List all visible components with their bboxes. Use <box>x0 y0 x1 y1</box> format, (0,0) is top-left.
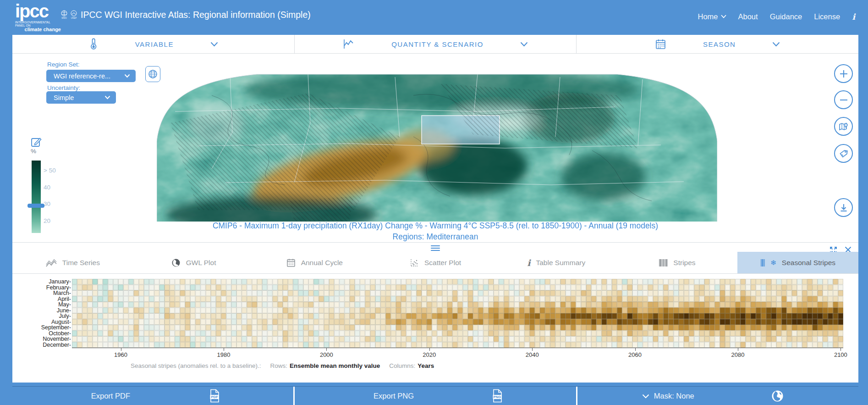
tab-gwl-plot[interactable]: GWL Plot <box>133 252 254 273</box>
mask-globe-icon <box>771 390 784 402</box>
quantity-scenario-selector[interactable]: QUANTITY & SCENARIO <box>294 35 577 53</box>
seasonal-stripes-chart: JanuaryFebruaryMarchAprilMayJuneJulyAugu… <box>12 275 858 374</box>
panel-drag-handle[interactable] <box>431 244 440 252</box>
header-nav: Home About Guidance License i <box>698 0 856 33</box>
export-png-button[interactable]: Export PNG PNG <box>293 387 576 405</box>
edit-pencil-icon <box>31 136 43 148</box>
mask-selector[interactable]: Mask: None <box>576 387 858 405</box>
legend-slider-handle[interactable] <box>27 204 44 208</box>
month-label: July <box>12 313 71 319</box>
season-label: SEASON <box>703 40 736 48</box>
export-bar: Export PDF PDF Export PNG PNG Mask: None <box>12 386 858 405</box>
uncertainty-label: Uncertainty: <box>47 84 80 91</box>
month-axis-labels: JanuaryFebruaryMarchAprilMayJuneJulyAugu… <box>12 279 71 348</box>
edit-legend-button[interactable] <box>31 136 43 148</box>
snowflake-icon: ❄ <box>770 259 776 267</box>
rows-label: Rows: <box>270 362 287 369</box>
nav-guidance[interactable]: Guidance <box>770 12 802 21</box>
seasonal-stripes-icon <box>760 259 768 267</box>
nav-about-label: About <box>738 12 758 21</box>
chevron-down-icon <box>104 95 110 100</box>
variable-label: VARIABLE <box>135 40 174 48</box>
info-icon[interactable]: i <box>852 12 855 22</box>
wmo-label: WMO <box>61 17 67 19</box>
tab-annual-cycle[interactable]: Annual Cycle <box>254 252 375 273</box>
year-tick <box>532 348 533 351</box>
map-caption-line1: CMIP6 - Maximum 1-day precipitation (RX1… <box>12 221 858 231</box>
year-tick-label: 1980 <box>210 351 237 358</box>
tab-table-summary[interactable]: i Table Summary <box>496 252 617 273</box>
chevron-down-icon <box>520 42 528 47</box>
nav-license-label: License <box>814 12 840 21</box>
legend-tick-30: 30 <box>44 200 50 207</box>
pdf-file-icon: PDF <box>209 389 220 403</box>
uncertainty-value: Simple <box>54 94 74 101</box>
wmo-unep-logos: WMO UNEP <box>61 10 77 19</box>
zoom-in-button[interactable] <box>834 64 853 83</box>
ipcc-logo[interactable]: ipcc INTERGOVERNMENTAL PANEL ON climate … <box>15 2 61 32</box>
download-icon <box>839 203 848 212</box>
chevron-down-icon <box>210 42 218 47</box>
month-label: December <box>12 342 71 348</box>
month-label: November <box>12 336 71 342</box>
uncertainty-dropdown[interactable]: Simple <box>46 91 116 104</box>
nav-about[interactable]: About <box>738 12 758 21</box>
export-pdf-button[interactable]: Export PDF PDF <box>12 387 293 405</box>
ipcc-atlas-page: ipcc INTERGOVERNMENTAL PANEL ON climate … <box>0 0 868 405</box>
year-tick <box>738 348 738 351</box>
nav-license[interactable]: License <box>814 12 840 21</box>
rows-value: Ensemble mean monthly value <box>290 362 380 369</box>
panel-divider <box>12 242 858 243</box>
chart-caption: Seasonal stripes (anomalies rel. to a ba… <box>131 362 434 369</box>
tab-stripes[interactable]: Stripes <box>617 252 738 273</box>
ipcc-logo-subtitle1: INTERGOVERNMENTAL PANEL ON <box>15 21 61 27</box>
page-title: IPCC WGI Interactive Atlas: Regional inf… <box>81 10 311 20</box>
nav-guidance-label: Guidance <box>770 12 802 21</box>
tab-label: Table Summary <box>536 259 586 267</box>
nav-home-label: Home <box>698 12 718 21</box>
stripes-heatmap <box>72 279 843 348</box>
year-axis <box>72 348 843 348</box>
thermometer-icon <box>88 38 99 50</box>
year-tick <box>326 348 327 351</box>
region-set-dropdown[interactable]: WGI reference-re... <box>46 70 136 82</box>
tab-label: Stripes <box>673 259 695 267</box>
year-tick-label: 2080 <box>724 351 752 358</box>
region-set-value: WGI reference-re... <box>54 72 110 80</box>
year-tick <box>224 348 224 351</box>
gwl-globe-icon <box>171 258 181 267</box>
tab-time-series[interactable]: Time Series <box>12 252 133 273</box>
variable-selector[interactable]: VARIABLE <box>12 35 294 53</box>
label-tag-button[interactable] <box>834 144 853 163</box>
year-tick <box>121 348 121 351</box>
minus-icon <box>839 95 848 105</box>
map-pin-icon <box>838 121 849 132</box>
zoom-out-button[interactable] <box>834 90 853 109</box>
legend-tick-40: 40 <box>44 184 50 191</box>
download-map-button[interactable] <box>834 198 853 217</box>
tab-scatter-plot[interactable]: Scatter Plot <box>375 252 496 273</box>
tab-label: Annual Cycle <box>301 259 343 267</box>
year-tick <box>429 348 430 351</box>
quantity-scenario-label: QUANTITY & SCENARIO <box>391 40 483 48</box>
year-tick-label: 2060 <box>621 351 649 358</box>
calendar-icon <box>655 39 666 50</box>
tab-label: Time Series <box>62 259 100 267</box>
year-tick-label: 2000 <box>313 351 340 358</box>
chart-caption-label: Seasonal stripes (anomalies rel. to a ba… <box>131 362 261 369</box>
year-tick-label: 1960 <box>107 351 135 358</box>
world-map[interactable] <box>157 68 717 222</box>
selector-row: VARIABLE QUANTITY & SCENARIO SEASON <box>12 35 858 54</box>
png-file-icon: PNG <box>492 389 503 403</box>
scatter-plot-icon <box>410 258 419 267</box>
nav-home[interactable]: Home <box>698 12 726 21</box>
season-selector[interactable]: SEASON <box>576 35 858 53</box>
chevron-down-icon <box>772 42 780 47</box>
tab-seasonal-stripes[interactable]: ❄ Seasonal Stripes <box>737 252 858 273</box>
chevron-down-icon <box>721 15 726 18</box>
legend-unit: % <box>31 148 36 155</box>
map-layers-button[interactable] <box>834 117 853 136</box>
tab-label: Scatter Plot <box>424 259 461 267</box>
unep-emblem-icon: UNEP <box>71 10 77 19</box>
plot-tabs: Time Series GWL Plot Annual Cycle Scatte… <box>12 252 858 274</box>
